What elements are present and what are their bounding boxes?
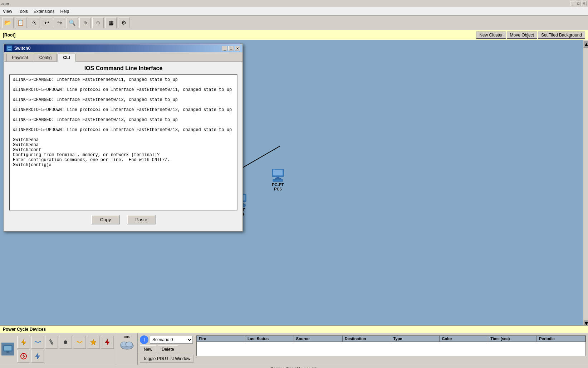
tab-config[interactable]: Config: [34, 54, 57, 61]
minimize-btn[interactable]: _: [570, 1, 575, 6]
col-color: Color: [440, 336, 488, 342]
side-scrollbar[interactable]: ▲ ▼: [583, 40, 588, 327]
svg-point-21: [21, 353, 26, 359]
toolbar: 📂 📋 🖨 ↩ ↪ 🔍 ⊕ ⊖ ▦ ⚙: [0, 16, 588, 30]
new-scenario-btn[interactable]: New: [140, 345, 156, 353]
toolbar-custom1[interactable]: ▦: [105, 18, 117, 28]
tool-pencil[interactable]: [45, 336, 58, 349]
tool-lightning[interactable]: [17, 336, 30, 349]
pdu-table-header: Fire Last Status Source Destination Type…: [196, 335, 586, 342]
scenario-select: i Scenario 0: [140, 335, 193, 344]
menu-tools[interactable]: Tools: [18, 9, 28, 14]
copy-button[interactable]: Copy: [91, 215, 120, 224]
dialog-close[interactable]: ✕: [235, 46, 240, 51]
dialog-tabs: Physical Config CLI: [4, 52, 242, 62]
menu-extensions[interactable]: Extensions: [34, 9, 55, 14]
toolbar-redo[interactable]: ↪: [54, 18, 65, 28]
app-title: acer: [1, 1, 9, 6]
main-area: PC-PTPC5 C-PTPC4: [0, 40, 588, 332]
power-cycle-label: Power Cycle Devices: [3, 327, 46, 332]
col-source: Source: [294, 336, 343, 342]
tool-flash-circle[interactable]: [17, 350, 30, 363]
move-object-btn[interactable]: Move Object: [507, 32, 537, 39]
tab-cli[interactable]: CLI: [58, 54, 75, 62]
pc5-label: PC-PTPC5: [272, 183, 284, 191]
tool-tilde[interactable]: [73, 336, 86, 349]
col-type: Type: [391, 336, 440, 342]
tool-dot[interactable]: [59, 336, 72, 349]
toolbar-custom2[interactable]: ⚙: [118, 18, 129, 28]
col-last-status: Last Status: [245, 336, 294, 342]
svg-point-18: [64, 340, 67, 344]
new-cluster-btn[interactable]: New Cluster: [476, 32, 506, 39]
cable-type-bar: Copper Straight-Through: [0, 365, 588, 368]
tool-flash[interactable]: [101, 336, 114, 349]
toolbar-print[interactable]: 🖨: [28, 18, 39, 28]
scenario-controls: i Scenario 0 New Delete Toggle PDU List …: [140, 335, 193, 363]
col-fire: Fire: [197, 336, 245, 342]
scenario-buttons: New Delete: [140, 345, 193, 353]
dialog-minimize[interactable]: _: [222, 46, 227, 51]
set-tiled-bg-btn[interactable]: Set Tiled Background: [538, 32, 585, 39]
toolbar-undo[interactable]: ↩: [41, 18, 52, 28]
dialog-buttons: Copy Paste: [9, 210, 237, 227]
power-cycle-bar: Power Cycle Devices: [0, 326, 588, 333]
root-label: [Root]: [3, 33, 15, 38]
cli-terminal[interactable]: %LINK-5-CHANGED: Interface FastEthernet0…: [9, 74, 237, 210]
paste-button[interactable]: Paste: [127, 215, 156, 224]
dialog-maximize[interactable]: □: [228, 46, 234, 51]
col-destination: Destination: [343, 336, 391, 342]
menu-view[interactable]: View: [3, 9, 12, 14]
tool-star[interactable]: [87, 336, 100, 349]
toolbar-zoom-out[interactable]: ⊖: [92, 18, 104, 28]
svg-marker-19: [90, 339, 96, 345]
bottom-tools: ons i Scenario 0 New: [0, 333, 588, 365]
root-bar: [Root] New Cluster Move Object Set Tiled…: [0, 30, 588, 40]
dialog-title: Switch0: [14, 46, 30, 51]
delete-scenario-btn[interactable]: Delete: [158, 345, 178, 353]
bottom-panel: Power Cycle Devices: [0, 325, 588, 368]
svg-rect-17: [49, 339, 53, 344]
toolbar-zoom-fit[interactable]: ⊕: [79, 18, 91, 28]
pdu-table: Fire Last Status Source Destination Type…: [196, 335, 586, 356]
pdu-table-body: [196, 342, 586, 356]
col-periodic: Periodic: [537, 336, 585, 342]
tab-physical[interactable]: Physical: [6, 54, 33, 61]
dialog-content: IOS Command Line Interface %LINK-5-CHANG…: [4, 62, 242, 231]
svg-marker-20: [105, 339, 109, 345]
svg-marker-22: [22, 354, 25, 358]
svg-rect-2: [273, 170, 283, 175]
left-tools-area: [0, 333, 116, 365]
toolbar-zoom-in[interactable]: 🔍: [67, 18, 78, 28]
toolbar-copy[interactable]: 📋: [15, 18, 26, 28]
scenario-info-btn[interactable]: i: [140, 335, 148, 344]
tool-icons: [16, 334, 116, 364]
svg-rect-3: [276, 177, 279, 178]
svg-marker-23: [35, 353, 40, 359]
switch-dialog: Switch0 _ □ ✕ Physical Config CLI IOS Co…: [4, 44, 243, 232]
close-btn[interactable]: ✕: [582, 1, 587, 6]
scenario-dropdown[interactable]: Scenario 0: [150, 336, 193, 344]
menu-bar: View Tools Extensions Help: [0, 7, 588, 16]
svg-rect-14: [4, 346, 11, 350]
tool-wave[interactable]: [31, 336, 44, 349]
pc5-icon: [270, 169, 286, 182]
toggle-pdu-btn[interactable]: Toggle PDU List Window: [140, 355, 193, 363]
toolbar-open[interactable]: 📂: [2, 18, 14, 28]
svg-rect-15: [6, 351, 9, 353]
svg-rect-4: [275, 178, 281, 179]
right-panel: i Scenario 0 New Delete Toggle PDU List …: [138, 333, 588, 365]
device-pc5[interactable]: PC-PTPC5: [270, 169, 286, 191]
tool-flash-bolt[interactable]: [31, 350, 44, 363]
svg-rect-12: [8, 48, 11, 49]
menu-help[interactable]: Help: [60, 9, 69, 14]
maximize-btn[interactable]: □: [576, 1, 581, 6]
svg-marker-16: [21, 339, 26, 345]
cable-type-label: Copper Straight-Through: [270, 366, 318, 368]
switch-icon: [6, 45, 12, 51]
canvas-area: PC-PTPC5 C-PTPC4: [0, 40, 588, 332]
svg-rect-5: [273, 179, 283, 181]
col-time: Time (sec): [488, 336, 537, 342]
category-icon[interactable]: [1, 343, 14, 355]
dialog-titlebar: Switch0 _ □ ✕: [4, 44, 242, 52]
